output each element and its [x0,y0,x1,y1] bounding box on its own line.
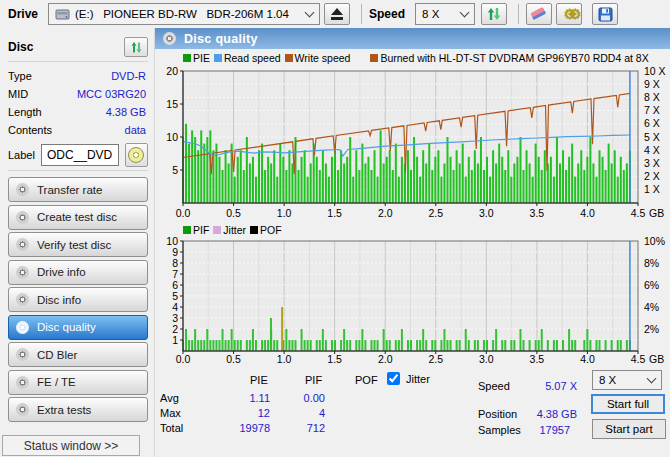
test-speed-select[interactable]: 8 X [592,370,662,390]
refresh-disc-button[interactable] [124,37,148,57]
svg-text:0.0: 0.0 [176,353,191,365]
pif-chart: 1098765432110%8%6%4%2%0.00.51.01.52.02.5… [155,237,670,369]
gears-icon: ⚙⚙ [563,7,574,21]
nav-label: Disc info [37,294,81,306]
disc-icon [16,266,29,279]
chevron-down-icon [305,8,315,18]
top-chart-legend: PIE Read speed Write speed Burned with H… [183,51,670,65]
info-value: DVD-R [111,70,146,82]
legend-label: PIE [193,52,210,64]
jitter-label: Jitter [406,373,430,385]
disc-icon [16,238,29,251]
nav-label: Create test disc [37,211,117,223]
stat-max-pie: 12 [215,407,270,419]
sidebar-item-create-test-disc[interactable]: Create test disc [8,205,148,230]
svg-text:2.0: 2.0 [378,353,393,365]
pie-speed-chart: 201510510 X9 X8 X7 X6 X5 X4 X3 X2 X1 X0.… [155,65,670,223]
disc-icon [16,211,29,224]
svg-text:8 X: 8 X [644,91,660,103]
start-full-button[interactable]: Start full [591,394,665,414]
sidebar-item-extra-tests[interactable]: Extra tests [8,397,148,422]
svg-text:20: 20 [166,65,178,77]
position-value: 4.38 GB [510,408,577,420]
status-window-button[interactable]: Status window >> [2,435,140,456]
save-icon [598,7,613,22]
legend-label: Burned with HL-DT-ST DVDRAM GP96YB70 RDD… [380,52,648,64]
info-label: Contents [8,124,52,136]
svg-text:4.5: 4.5 [631,207,646,219]
svg-text:10: 10 [166,131,178,143]
sidebar-item-cd-bler[interactable]: CD Bler [8,342,148,367]
stats-col-pif: PIF [305,374,322,386]
drive-select[interactable]: (E:) PIONEER BD-RW BDR-206M 1.04 [48,3,320,25]
disc-icon [16,293,29,306]
svg-text:5: 5 [172,164,178,176]
nav-label: Disc quality [37,321,96,333]
samples-value: 17957 [510,424,570,436]
info-row-contents: Contents data [8,121,148,139]
nav-label: Drive info [37,266,86,278]
stats-col-pie: PIE [250,374,268,386]
svg-text:1.5: 1.5 [327,353,342,365]
bottom-chart-legend: PIF Jitter POF [183,223,670,237]
stat-avg-pie: 1.11 [215,392,270,404]
sidebar-item-drive-info[interactable]: Drive info [8,260,148,285]
drive-icon [55,8,70,20]
speed-select[interactable]: 8 X [415,3,475,25]
disc-icon [16,376,29,389]
stat-total-pif: 712 [280,422,325,434]
svg-text:2 X: 2 X [644,170,660,182]
erase-disc-button[interactable] [526,3,552,25]
chevron-down-icon [647,374,657,384]
eject-icon [331,8,343,20]
svg-text:1.0: 1.0 [277,207,292,219]
info-value: 4.38 GB [106,106,146,118]
drive-select-value: (E:) PIONEER BD-RW BDR-206M 1.04 [75,8,301,20]
svg-text:4.0: 4.0 [580,353,595,365]
legend-swatch-pof [250,226,258,234]
eraser-icon [530,7,548,22]
save-button[interactable] [592,3,618,25]
info-value: MCC 03RG20 [77,88,146,100]
disc-label-input[interactable] [41,144,119,166]
sidebar-item-fe-te[interactable]: FE / TE [8,370,148,395]
svg-text:6%: 6% [644,279,659,291]
sidebar-item-transfer-rate[interactable]: Transfer rate [8,177,148,202]
sidebar-item-disc-info[interactable]: Disc info [8,287,148,312]
refresh-arrows-icon [486,6,502,22]
svg-text:5 X: 5 X [644,131,660,143]
svg-text:2.0: 2.0 [378,207,393,219]
info-value: data [125,124,146,136]
legend-swatch-write-speed [285,54,293,62]
refresh-speeds-button[interactable] [481,3,507,25]
sidebar-item-disc-quality[interactable]: Disc quality [8,315,148,340]
info-label: Length [8,106,42,118]
svg-text:3.0: 3.0 [479,207,494,219]
svg-text:8%: 8% [644,257,659,269]
svg-text:3.5: 3.5 [530,353,545,365]
stats-col-pof: POF [355,374,378,386]
sidebar: Disc Type DVD-R MID MCC 03RG20 Length 4.… [0,28,155,457]
cd-icon [128,147,144,163]
disc-label-button[interactable] [125,143,148,167]
legend-label: PIF [193,224,209,236]
speed-label: Speed [369,7,405,21]
divider [8,61,148,62]
legend-swatch-pie [183,54,191,62]
svg-text:3.0: 3.0 [479,353,494,365]
svg-text:10%: 10% [644,237,665,247]
eject-button[interactable] [324,3,350,25]
disc-section-title: Disc [8,40,33,54]
settings-button[interactable]: ⚙⚙ [556,3,582,25]
stat-row-label: Max [160,407,181,419]
stat-avg-pif: 0.00 [280,392,325,404]
disc-icon [16,321,29,334]
jitter-checkbox[interactable] [387,372,400,385]
info-label: Type [8,70,32,82]
divider [8,170,148,171]
start-part-button[interactable]: Start part [592,419,666,439]
legend-label: Write speed [295,52,351,64]
sidebar-item-verify-test-disc[interactable]: Verify test disc [8,232,148,257]
legend-label: Jitter [223,224,246,236]
legend-swatch-pif [183,226,191,234]
